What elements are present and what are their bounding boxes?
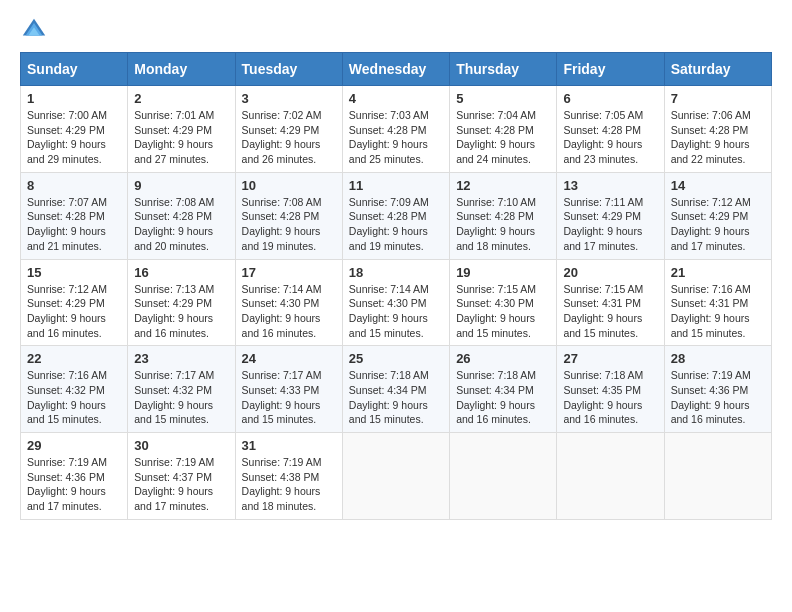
day-number: 13 xyxy=(563,178,657,193)
weekday-header-sunday: Sunday xyxy=(21,53,128,86)
calendar-cell: 3 Sunrise: 7:02 AMSunset: 4:29 PMDayligh… xyxy=(235,86,342,173)
calendar-cell xyxy=(450,433,557,520)
cell-content: Sunrise: 7:12 AMSunset: 4:29 PMDaylight:… xyxy=(671,195,765,254)
calendar-cell: 13 Sunrise: 7:11 AMSunset: 4:29 PMDaylig… xyxy=(557,172,664,259)
weekday-header-monday: Monday xyxy=(128,53,235,86)
cell-content: Sunrise: 7:13 AMSunset: 4:29 PMDaylight:… xyxy=(134,282,228,341)
day-number: 24 xyxy=(242,351,336,366)
day-number: 22 xyxy=(27,351,121,366)
cell-content: Sunrise: 7:14 AMSunset: 4:30 PMDaylight:… xyxy=(349,282,443,341)
day-number: 8 xyxy=(27,178,121,193)
page-header xyxy=(20,16,772,44)
cell-content: Sunrise: 7:08 AMSunset: 4:28 PMDaylight:… xyxy=(134,195,228,254)
calendar-cell: 24 Sunrise: 7:17 AMSunset: 4:33 PMDaylig… xyxy=(235,346,342,433)
calendar-cell: 20 Sunrise: 7:15 AMSunset: 4:31 PMDaylig… xyxy=(557,259,664,346)
cell-content: Sunrise: 7:06 AMSunset: 4:28 PMDaylight:… xyxy=(671,108,765,167)
cell-content: Sunrise: 7:00 AMSunset: 4:29 PMDaylight:… xyxy=(27,108,121,167)
cell-content: Sunrise: 7:14 AMSunset: 4:30 PMDaylight:… xyxy=(242,282,336,341)
weekday-header-saturday: Saturday xyxy=(664,53,771,86)
calendar-cell: 17 Sunrise: 7:14 AMSunset: 4:30 PMDaylig… xyxy=(235,259,342,346)
day-number: 9 xyxy=(134,178,228,193)
calendar-cell: 30 Sunrise: 7:19 AMSunset: 4:37 PMDaylig… xyxy=(128,433,235,520)
cell-content: Sunrise: 7:19 AMSunset: 4:36 PMDaylight:… xyxy=(671,368,765,427)
day-number: 15 xyxy=(27,265,121,280)
calendar-cell: 29 Sunrise: 7:19 AMSunset: 4:36 PMDaylig… xyxy=(21,433,128,520)
cell-content: Sunrise: 7:17 AMSunset: 4:32 PMDaylight:… xyxy=(134,368,228,427)
day-number: 7 xyxy=(671,91,765,106)
calendar-cell xyxy=(557,433,664,520)
cell-content: Sunrise: 7:05 AMSunset: 4:28 PMDaylight:… xyxy=(563,108,657,167)
calendar-week-row: 29 Sunrise: 7:19 AMSunset: 4:36 PMDaylig… xyxy=(21,433,772,520)
day-number: 11 xyxy=(349,178,443,193)
cell-content: Sunrise: 7:16 AMSunset: 4:31 PMDaylight:… xyxy=(671,282,765,341)
logo xyxy=(20,16,52,44)
calendar-cell: 12 Sunrise: 7:10 AMSunset: 4:28 PMDaylig… xyxy=(450,172,557,259)
calendar-cell: 5 Sunrise: 7:04 AMSunset: 4:28 PMDayligh… xyxy=(450,86,557,173)
cell-content: Sunrise: 7:18 AMSunset: 4:34 PMDaylight:… xyxy=(349,368,443,427)
calendar-cell: 21 Sunrise: 7:16 AMSunset: 4:31 PMDaylig… xyxy=(664,259,771,346)
day-number: 5 xyxy=(456,91,550,106)
cell-content: Sunrise: 7:16 AMSunset: 4:32 PMDaylight:… xyxy=(27,368,121,427)
calendar-cell: 8 Sunrise: 7:07 AMSunset: 4:28 PMDayligh… xyxy=(21,172,128,259)
day-number: 21 xyxy=(671,265,765,280)
day-number: 28 xyxy=(671,351,765,366)
calendar-week-row: 15 Sunrise: 7:12 AMSunset: 4:29 PMDaylig… xyxy=(21,259,772,346)
day-number: 2 xyxy=(134,91,228,106)
day-number: 3 xyxy=(242,91,336,106)
logo-icon xyxy=(20,16,48,44)
calendar-cell: 16 Sunrise: 7:13 AMSunset: 4:29 PMDaylig… xyxy=(128,259,235,346)
calendar-cell: 4 Sunrise: 7:03 AMSunset: 4:28 PMDayligh… xyxy=(342,86,449,173)
calendar-cell: 18 Sunrise: 7:14 AMSunset: 4:30 PMDaylig… xyxy=(342,259,449,346)
day-number: 26 xyxy=(456,351,550,366)
cell-content: Sunrise: 7:11 AMSunset: 4:29 PMDaylight:… xyxy=(563,195,657,254)
calendar-cell: 15 Sunrise: 7:12 AMSunset: 4:29 PMDaylig… xyxy=(21,259,128,346)
calendar-cell: 7 Sunrise: 7:06 AMSunset: 4:28 PMDayligh… xyxy=(664,86,771,173)
cell-content: Sunrise: 7:02 AMSunset: 4:29 PMDaylight:… xyxy=(242,108,336,167)
cell-content: Sunrise: 7:04 AMSunset: 4:28 PMDaylight:… xyxy=(456,108,550,167)
cell-content: Sunrise: 7:19 AMSunset: 4:38 PMDaylight:… xyxy=(242,455,336,514)
day-number: 12 xyxy=(456,178,550,193)
calendar-cell: 26 Sunrise: 7:18 AMSunset: 4:34 PMDaylig… xyxy=(450,346,557,433)
cell-content: Sunrise: 7:18 AMSunset: 4:34 PMDaylight:… xyxy=(456,368,550,427)
calendar-cell: 10 Sunrise: 7:08 AMSunset: 4:28 PMDaylig… xyxy=(235,172,342,259)
cell-content: Sunrise: 7:08 AMSunset: 4:28 PMDaylight:… xyxy=(242,195,336,254)
calendar-cell: 27 Sunrise: 7:18 AMSunset: 4:35 PMDaylig… xyxy=(557,346,664,433)
day-number: 18 xyxy=(349,265,443,280)
calendar-cell: 11 Sunrise: 7:09 AMSunset: 4:28 PMDaylig… xyxy=(342,172,449,259)
day-number: 17 xyxy=(242,265,336,280)
day-number: 23 xyxy=(134,351,228,366)
day-number: 27 xyxy=(563,351,657,366)
day-number: 25 xyxy=(349,351,443,366)
cell-content: Sunrise: 7:07 AMSunset: 4:28 PMDaylight:… xyxy=(27,195,121,254)
day-number: 30 xyxy=(134,438,228,453)
cell-content: Sunrise: 7:03 AMSunset: 4:28 PMDaylight:… xyxy=(349,108,443,167)
day-number: 31 xyxy=(242,438,336,453)
calendar-week-row: 8 Sunrise: 7:07 AMSunset: 4:28 PMDayligh… xyxy=(21,172,772,259)
cell-content: Sunrise: 7:19 AMSunset: 4:37 PMDaylight:… xyxy=(134,455,228,514)
cell-content: Sunrise: 7:15 AMSunset: 4:30 PMDaylight:… xyxy=(456,282,550,341)
day-number: 1 xyxy=(27,91,121,106)
day-number: 4 xyxy=(349,91,443,106)
calendar-table: SundayMondayTuesdayWednesdayThursdayFrid… xyxy=(20,52,772,520)
cell-content: Sunrise: 7:10 AMSunset: 4:28 PMDaylight:… xyxy=(456,195,550,254)
day-number: 6 xyxy=(563,91,657,106)
day-number: 10 xyxy=(242,178,336,193)
day-number: 29 xyxy=(27,438,121,453)
cell-content: Sunrise: 7:19 AMSunset: 4:36 PMDaylight:… xyxy=(27,455,121,514)
cell-content: Sunrise: 7:15 AMSunset: 4:31 PMDaylight:… xyxy=(563,282,657,341)
weekday-header-row: SundayMondayTuesdayWednesdayThursdayFrid… xyxy=(21,53,772,86)
cell-content: Sunrise: 7:09 AMSunset: 4:28 PMDaylight:… xyxy=(349,195,443,254)
calendar-cell: 28 Sunrise: 7:19 AMSunset: 4:36 PMDaylig… xyxy=(664,346,771,433)
calendar-cell: 31 Sunrise: 7:19 AMSunset: 4:38 PMDaylig… xyxy=(235,433,342,520)
calendar-cell: 6 Sunrise: 7:05 AMSunset: 4:28 PMDayligh… xyxy=(557,86,664,173)
cell-content: Sunrise: 7:01 AMSunset: 4:29 PMDaylight:… xyxy=(134,108,228,167)
calendar-cell: 2 Sunrise: 7:01 AMSunset: 4:29 PMDayligh… xyxy=(128,86,235,173)
calendar-cell: 9 Sunrise: 7:08 AMSunset: 4:28 PMDayligh… xyxy=(128,172,235,259)
calendar-cell: 22 Sunrise: 7:16 AMSunset: 4:32 PMDaylig… xyxy=(21,346,128,433)
weekday-header-wednesday: Wednesday xyxy=(342,53,449,86)
calendar-week-row: 1 Sunrise: 7:00 AMSunset: 4:29 PMDayligh… xyxy=(21,86,772,173)
day-number: 14 xyxy=(671,178,765,193)
weekday-header-thursday: Thursday xyxy=(450,53,557,86)
day-number: 16 xyxy=(134,265,228,280)
cell-content: Sunrise: 7:12 AMSunset: 4:29 PMDaylight:… xyxy=(27,282,121,341)
